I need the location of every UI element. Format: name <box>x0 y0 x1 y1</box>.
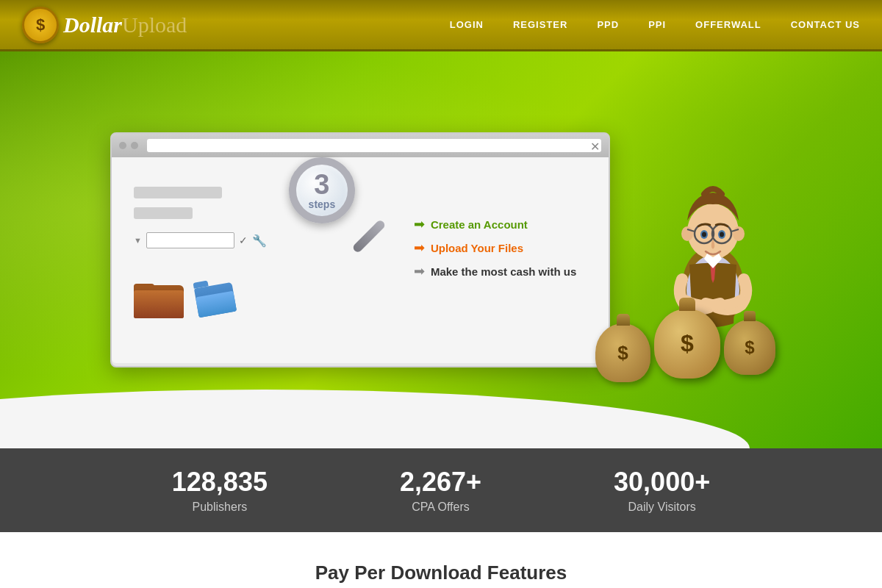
magnifier-number: 3 <box>314 171 329 198</box>
features-section: Pay Per Download Features 🔒 🎨 ≡ 📊 </> <box>0 532 882 588</box>
logo-dollar-word: Dollar <box>63 12 122 37</box>
stat-visitors-label: Daily Visitors <box>614 501 710 514</box>
step-1: ➡ Create an Account <box>414 216 576 232</box>
step-3: ➡ Make the most cash with us <box>414 263 576 279</box>
folder-front <box>134 290 184 318</box>
stat-cpa-label: CPA Offers <box>400 501 481 514</box>
wrench-icon: 🔧 <box>252 234 267 248</box>
money-bag-3-symbol: $ <box>745 337 754 358</box>
nav-contact[interactable]: CONTACT US <box>791 19 860 30</box>
file-dropdown: ▼ ✓ 🔧 <box>134 232 267 248</box>
step-2-arrow: ➡ <box>414 240 425 256</box>
step-2: ➡ Upload Your Files <box>414 240 576 256</box>
logo: $ DollarUpload <box>22 7 187 43</box>
browser-address-bar <box>147 139 601 152</box>
steps-list: ➡ Create an Account ➡ Upload Your Files … <box>414 216 576 279</box>
nav-offerwall[interactable]: OFFERWALL <box>695 19 761 30</box>
svg-point-14 <box>720 232 724 237</box>
character-area: $ $ $ <box>595 96 786 404</box>
file-dropdown-box[interactable] <box>146 232 234 248</box>
stat-cpa: 2,267+ CPA Offers <box>400 467 481 514</box>
nav-login[interactable]: LOGIN <box>450 19 484 30</box>
nav-ppd[interactable]: PPD <box>597 19 619 30</box>
browser-dot-2 <box>131 142 138 149</box>
main-nav: LOGIN REGISTER PPD PPI OFFERWALL CONTACT… <box>450 19 860 30</box>
features-title: Pay Per Download Features <box>15 562 867 584</box>
browser-dot-1 <box>119 142 126 149</box>
step-1-arrow: ➡ <box>414 216 425 232</box>
folder-icon <box>134 278 185 318</box>
stat-visitors: 30,000+ Daily Visitors <box>614 467 710 514</box>
money-bag-2: $ <box>654 309 720 382</box>
browser-mockup: ✕ ▼ ✓ 🔧 <box>96 132 610 368</box>
nav-ppi[interactable]: PPI <box>648 19 666 30</box>
nav-register[interactable]: REGISTER <box>513 19 567 30</box>
magnifier-steps: steps <box>309 198 336 210</box>
file-list <box>134 187 267 219</box>
money-bag-2-symbol: $ <box>681 330 694 357</box>
stat-cpa-number: 2,267+ <box>400 467 481 498</box>
step-3-arrow: ➡ <box>414 263 425 279</box>
stat-publishers: 128,835 Publishers <box>172 467 268 514</box>
browser-body: ▼ ✓ 🔧 <box>112 157 609 363</box>
stat-publishers-label: Publishers <box>172 501 268 514</box>
logo-dollar-icon: $ <box>22 7 59 43</box>
stat-publishers-number: 128,835 <box>172 467 268 498</box>
svg-point-4 <box>681 226 693 241</box>
step-2-text: Upload Your Files <box>431 242 523 254</box>
step-3-text: Make the most cash with us <box>431 265 576 278</box>
money-bag-1: $ <box>595 323 650 382</box>
check-icon: ✓ <box>239 234 248 246</box>
svg-point-5 <box>733 226 745 241</box>
logo-upload-word: Upload <box>122 12 187 37</box>
browser-window: ✕ ▼ ✓ 🔧 <box>110 132 610 368</box>
hero-inner: ✕ ▼ ✓ 🔧 <box>0 51 882 448</box>
file-bar-2 <box>134 207 193 219</box>
magnifier: 3 steps <box>289 157 362 231</box>
logo-text: DollarUpload <box>63 12 187 37</box>
stat-visitors-number: 30,000+ <box>614 467 710 498</box>
money-bag-1-symbol: $ <box>617 342 628 365</box>
magnifier-handle <box>351 219 386 254</box>
step-1-text: Create an Account <box>431 218 528 231</box>
money-bag-3: $ <box>724 320 775 382</box>
browser-titlebar: ✕ <box>112 134 609 157</box>
header: $ DollarUpload LOGIN REGISTER PPD PPI OF… <box>0 0 882 51</box>
stats-bar: 128,835 Publishers 2,267+ CPA Offers 30,… <box>0 448 882 532</box>
magnifier-glass: 3 steps <box>289 157 355 223</box>
money-bags: $ $ $ <box>595 309 775 382</box>
hero-section: ✕ ▼ ✓ 🔧 <box>0 51 882 448</box>
svg-point-13 <box>702 232 706 237</box>
file-bar-1 <box>134 187 222 198</box>
